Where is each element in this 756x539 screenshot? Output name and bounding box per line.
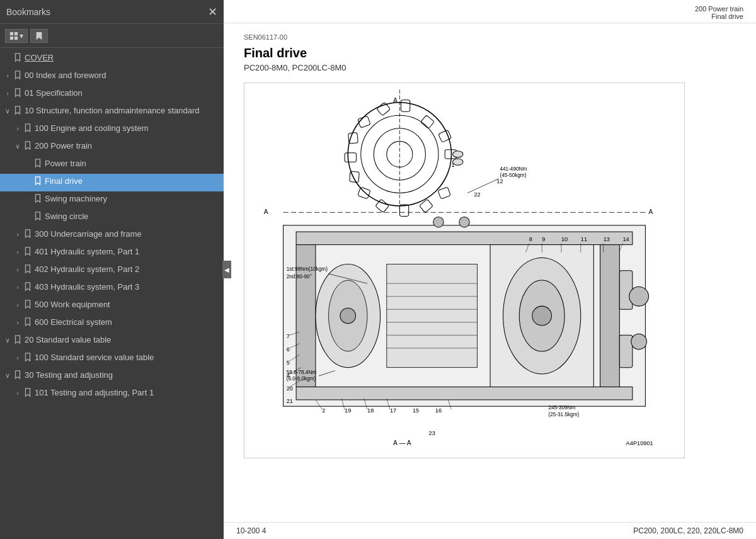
- sidebar-item-hydraulic1[interactable]: ›401 Hydraulic system, Part 1: [0, 244, 224, 262]
- svg-text:19: 19: [345, 407, 351, 414]
- svg-text:13: 13: [604, 236, 610, 242]
- bookmark-icon-swingcircle: [33, 211, 43, 220]
- svg-rect-2: [10, 36, 13, 39]
- svg-text:11: 11: [581, 236, 587, 242]
- sidebar-item-stdvalue[interactable]: ∨20 Standard value table: [0, 332, 224, 350]
- toggle-structure[interactable]: ∨: [3, 105, 13, 115]
- sidebar-item-index[interactable]: ›00 Index and foreword: [0, 68, 224, 86]
- sidebar-item-cover[interactable]: COVER: [0, 50, 224, 68]
- label-work: 500 Work equipment: [33, 299, 221, 310]
- label-powertrain: Power train: [43, 158, 221, 169]
- sidebar-item-powertrain[interactable]: Power train: [0, 156, 224, 174]
- bookmark-icon-index: [13, 70, 23, 79]
- sidebar-item-hydraulic2[interactable]: ›402 Hydraulic system, Part 2: [0, 262, 224, 280]
- bookmark-icon-swing: [33, 193, 43, 203]
- toggle-power200[interactable]: ∨: [13, 140, 23, 150]
- toggle-stdvalue[interactable]: ∨: [3, 334, 13, 344]
- label-testing: 30 Testing and adjusting: [23, 370, 221, 381]
- toggle-undercarriage[interactable]: ›: [13, 229, 23, 239]
- page-footer: 10-200 4 PC200, 200LC, 220, 220LC-8M0: [224, 522, 756, 539]
- sidebar-item-hydraulic3[interactable]: ›403 Hydraulic system, Part 3: [0, 280, 224, 297]
- svg-point-53: [459, 217, 469, 227]
- sidebar-item-engine[interactable]: ›100 Engine and cooling system: [0, 121, 224, 139]
- svg-text:22: 22: [474, 191, 480, 198]
- svg-rect-0: [10, 31, 13, 35]
- svg-line-59: [467, 179, 498, 193]
- view-button[interactable]: ▾: [5, 29, 28, 43]
- toggle-engine[interactable]: ›: [13, 123, 23, 133]
- sidebar-item-testing[interactable]: ∨30 Testing and adjusting: [0, 368, 224, 385]
- svg-text:(25-31.5kgm): (25-31.5kgm): [548, 412, 579, 417]
- bookmark-icon-undercarriage: [23, 229, 33, 238]
- svg-text:5: 5: [287, 360, 290, 366]
- toggle-stdservice[interactable]: ›: [13, 352, 23, 362]
- sidebar-item-testing101[interactable]: ›101 Testing and adjusting, Part 1: [0, 385, 224, 403]
- label-undercarriage: 300 Undercarriage and frame: [33, 229, 221, 240]
- sidebar-item-undercarriage[interactable]: ›300 Undercarriage and frame: [0, 227, 224, 244]
- label-swing: Swing machinery: [43, 193, 221, 205]
- svg-text:(6.0-8.0kgm): (6.0-8.0kgm): [287, 376, 316, 382]
- toggle-index[interactable]: ›: [3, 70, 13, 80]
- toggle-spec[interactable]: ›: [3, 88, 13, 98]
- svg-text:17: 17: [390, 407, 396, 414]
- bookmark-icon-spec: [13, 88, 23, 97]
- label-stdservice: 100 Standard service value table: [33, 352, 221, 363]
- sidebar-content: COVER›00 Index and foreword›01 Specifica…: [0, 48, 224, 539]
- sidebar-item-power200[interactable]: ∨200 Power train: [0, 139, 224, 156]
- svg-text:A — A: A — A: [393, 440, 411, 446]
- bookmark-icon-hydraulic2: [23, 264, 33, 273]
- svg-rect-10: [421, 115, 435, 129]
- sidebar-item-swingcircle[interactable]: Swing circle: [0, 209, 224, 227]
- svg-point-40: [532, 306, 552, 326]
- sprocket: [345, 100, 463, 217]
- bookmark-icon-powertrain: [33, 158, 43, 167]
- svg-text:10: 10: [561, 236, 568, 242]
- bookmark-icon-structure: [13, 105, 23, 115]
- sidebar-item-electrical[interactable]: ›600 Electrical system: [0, 315, 224, 332]
- sidebar-item-structure[interactable]: ∨10 Structure, function andmaintenance s…: [0, 103, 224, 121]
- toggle-testing101[interactable]: ›: [13, 387, 23, 397]
- page-body: SEN06117-00 Final drive PC200-8M0, PC200…: [224, 23, 756, 522]
- svg-rect-16: [350, 171, 360, 183]
- bookmark-icon-testing: [13, 370, 23, 379]
- bookmark-icon-power200: [23, 140, 33, 150]
- bookmark-icon-cover: [13, 52, 23, 62]
- collapse-sidebar-button[interactable]: ◀: [222, 261, 231, 278]
- bookmark-view-button[interactable]: [30, 29, 48, 43]
- toggle-testing[interactable]: ∨: [3, 370, 13, 380]
- sidebar-item-stdservice[interactable]: ›100 Standard service value table: [0, 350, 224, 368]
- toggle-hydraulic1[interactable]: ›: [13, 246, 23, 256]
- svg-text:245-309Nm: 245-309Nm: [548, 405, 575, 411]
- label-index: 00 Index and foreword: [23, 70, 221, 81]
- footer-model-info: PC200, 200LC, 220, 220LC-8M0: [633, 526, 743, 535]
- svg-rect-33: [600, 245, 620, 387]
- bookmark-icon-hydraulic1: [23, 246, 33, 256]
- svg-text:A: A: [649, 208, 653, 215]
- label-power200: 200 Power train: [33, 140, 221, 152]
- page-ref: SEN06117-00: [244, 33, 736, 41]
- label-hydraulic2: 402 Hydraulic system, Part 2: [33, 264, 221, 275]
- bookmark-icon-stdservice: [23, 352, 33, 361]
- page-header: 200 Power train Final drive: [224, 0, 756, 23]
- bookmark-icon-engine: [23, 123, 33, 132]
- toggle-work[interactable]: ›: [13, 299, 23, 309]
- svg-rect-42: [619, 335, 633, 367]
- bookmark-icon-work: [23, 299, 33, 309]
- sidebar-item-swing[interactable]: Swing machinery: [0, 191, 224, 209]
- label-engine: 100 Engine and cooling system: [33, 123, 221, 134]
- sidebar-item-work[interactable]: ›500 Work equipment: [0, 297, 224, 315]
- sidebar-item-finaldrive[interactable]: Final drive: [0, 174, 224, 191]
- svg-text:15: 15: [413, 407, 419, 414]
- svg-point-52: [433, 217, 444, 227]
- svg-text:21: 21: [287, 398, 293, 404]
- svg-text:(45-50kgm): (45-50kgm): [500, 173, 526, 178]
- svg-rect-31: [296, 387, 633, 400]
- svg-rect-1: [14, 31, 18, 35]
- sidebar-item-spec[interactable]: ›01 Specification: [0, 86, 224, 103]
- toggle-electrical[interactable]: ›: [13, 317, 23, 327]
- toggle-hydraulic2[interactable]: ›: [13, 264, 23, 274]
- toggle-hydraulic3[interactable]: ›: [13, 281, 23, 292]
- close-icon[interactable]: ✕: [208, 6, 217, 18]
- bookmark-icon-hydraulic3: [23, 281, 33, 291]
- svg-rect-11: [401, 100, 410, 111]
